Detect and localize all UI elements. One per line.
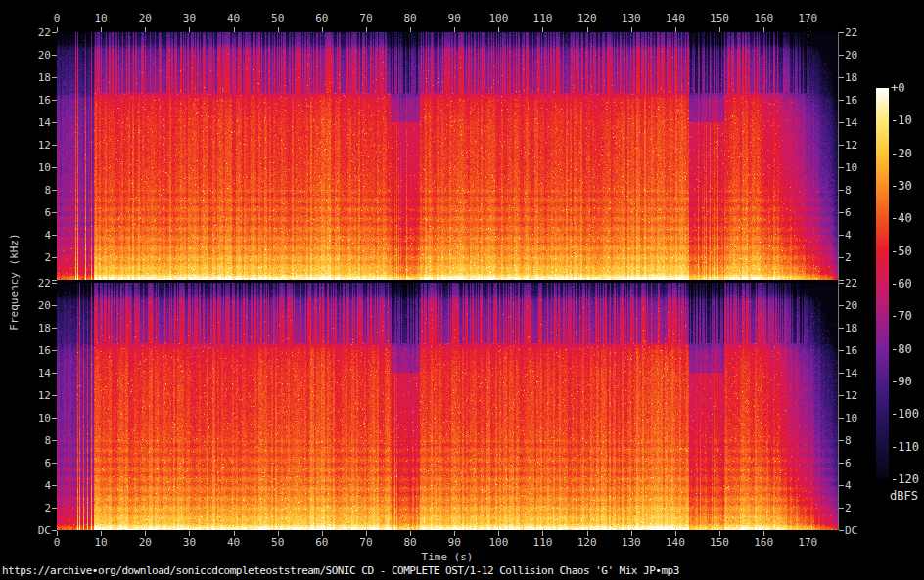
freq-tick-label: 2 bbox=[845, 502, 852, 514]
freq-tick bbox=[839, 257, 844, 258]
freq-tick-label: 22 bbox=[8, 26, 51, 39]
freq-tick-label: 22 bbox=[845, 277, 857, 290]
time-tick-label: 160 bbox=[754, 536, 773, 549]
time-tick bbox=[631, 27, 632, 32]
freq-tick bbox=[52, 167, 57, 168]
db-tick-label: -10 bbox=[891, 113, 912, 127]
freq-tick-label: 16 bbox=[845, 344, 857, 357]
freq-tick-label: 18 bbox=[845, 322, 857, 335]
freq-tick-label: 10 bbox=[8, 161, 51, 174]
source-url-caption: https://archive•org/download/soniccdcomp… bbox=[2, 564, 679, 577]
time-tick-label: 20 bbox=[139, 12, 152, 24]
freq-tick-label: 8 bbox=[8, 184, 51, 197]
freq-tick bbox=[839, 145, 844, 146]
time-tick-label: 130 bbox=[622, 536, 641, 549]
freq-tick-label: 4 bbox=[845, 229, 852, 242]
freq-tick-label: 2 bbox=[8, 502, 51, 514]
time-tick-label: 20 bbox=[139, 536, 152, 549]
time-tick-label: 120 bbox=[578, 12, 597, 24]
freq-tick-label: 20 bbox=[845, 299, 857, 312]
freq-tick-label: 18 bbox=[8, 322, 51, 335]
time-tick-label: 60 bbox=[315, 12, 328, 24]
time-tick-label: 0 bbox=[54, 536, 61, 549]
freq-tick-label: 10 bbox=[845, 412, 857, 424]
freq-tick-label: 14 bbox=[8, 367, 51, 379]
time-tick bbox=[189, 27, 190, 32]
freq-tick-label: 10 bbox=[845, 161, 857, 174]
freq-tick bbox=[52, 373, 57, 374]
time-tick bbox=[101, 27, 102, 32]
time-tick bbox=[57, 27, 58, 32]
time-tick bbox=[719, 27, 720, 32]
freq-tick bbox=[52, 235, 57, 236]
time-tick-label: 160 bbox=[754, 12, 773, 24]
time-tick-label: 170 bbox=[798, 12, 817, 24]
time-tick-label: 150 bbox=[710, 12, 729, 24]
freq-tick bbox=[52, 190, 57, 191]
time-tick bbox=[498, 27, 499, 32]
freq-tick bbox=[52, 55, 57, 56]
freq-tick-label: 6 bbox=[8, 206, 51, 219]
time-tick-label: 10 bbox=[95, 536, 108, 549]
freq-tick bbox=[839, 77, 844, 78]
freq-tick-label: 4 bbox=[8, 229, 51, 242]
freq-tick-label: 4 bbox=[845, 479, 852, 492]
db-tick-label: -120 bbox=[891, 472, 919, 486]
db-tick-label: -50 bbox=[891, 245, 912, 258]
freq-tick bbox=[839, 122, 844, 123]
time-tick-label: 80 bbox=[403, 12, 416, 24]
freq-tick bbox=[52, 77, 57, 78]
freq-tick-label: 22 bbox=[845, 26, 857, 39]
time-tick-label: 130 bbox=[622, 12, 641, 24]
freq-tick bbox=[839, 280, 844, 281]
db-tick-label: -100 bbox=[891, 407, 919, 421]
time-tick bbox=[234, 27, 235, 32]
time-tick-label: 90 bbox=[448, 536, 461, 549]
freq-tick bbox=[52, 212, 57, 213]
time-tick bbox=[145, 27, 146, 32]
freq-tick-label: 8 bbox=[845, 434, 852, 447]
db-tick-label: -20 bbox=[891, 147, 912, 160]
dbfs-unit-label: dBFS bbox=[890, 489, 918, 503]
time-tick bbox=[763, 27, 764, 32]
freq-tick-label: 20 bbox=[845, 49, 857, 62]
freq-tick-label: 8 bbox=[8, 434, 51, 447]
freq-tick bbox=[52, 508, 57, 509]
freq-tick bbox=[52, 32, 57, 33]
freq-tick bbox=[839, 350, 844, 351]
freq-tick-label: 2 bbox=[845, 251, 852, 264]
freq-tick-label: 6 bbox=[845, 206, 852, 219]
freq-tick bbox=[52, 257, 57, 258]
freq-tick bbox=[839, 328, 844, 329]
time-tick-label: 50 bbox=[271, 536, 284, 549]
freq-tick-label: 18 bbox=[8, 71, 51, 84]
plot-right-border bbox=[838, 32, 839, 530]
freq-tick bbox=[839, 485, 844, 486]
freq-tick-label: 2 bbox=[8, 251, 51, 264]
db-tick-label: -30 bbox=[891, 179, 912, 193]
time-tick-label: 60 bbox=[315, 536, 328, 549]
time-tick bbox=[454, 27, 455, 32]
freq-tick-label: 12 bbox=[845, 139, 857, 152]
time-tick-label: 100 bbox=[488, 536, 508, 549]
freq-tick bbox=[839, 32, 844, 33]
freq-tick-label: 12 bbox=[8, 389, 51, 402]
db-tick-label: +0 bbox=[891, 81, 904, 95]
time-tick-label: 30 bbox=[183, 12, 196, 24]
freq-tick bbox=[52, 328, 57, 329]
freq-tick bbox=[52, 145, 57, 146]
freq-tick bbox=[839, 440, 844, 441]
db-tick-label: -80 bbox=[891, 342, 912, 356]
time-tick-label: 40 bbox=[227, 536, 240, 549]
freq-tick-label: 16 bbox=[8, 94, 51, 107]
freq-tick bbox=[839, 305, 844, 306]
spectrogram-canvas-left-channel bbox=[57, 32, 838, 280]
freq-tick-label: 16 bbox=[8, 344, 51, 357]
freq-dc-label: DC bbox=[845, 524, 857, 537]
time-tick bbox=[410, 27, 411, 32]
freq-tick-label: 14 bbox=[8, 116, 51, 129]
freq-tick-label: 8 bbox=[845, 184, 852, 197]
time-tick bbox=[675, 27, 676, 32]
freq-tick bbox=[52, 100, 57, 101]
freq-tick-label: 14 bbox=[845, 367, 857, 379]
